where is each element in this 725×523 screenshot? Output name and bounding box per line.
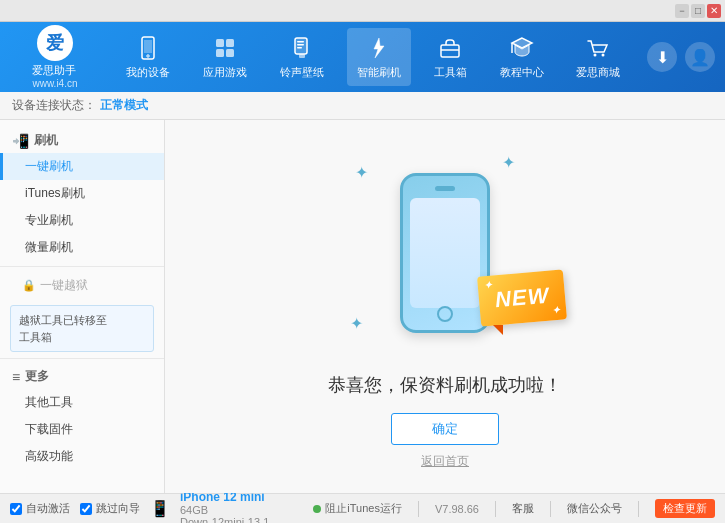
- svg-point-14: [594, 54, 597, 57]
- itunes-label: 阻止iTunes运行: [325, 501, 402, 516]
- maximize-button[interactable]: □: [691, 4, 705, 18]
- sidebar-item-other-tools[interactable]: 其他工具: [0, 389, 164, 416]
- nav-item-tutorial[interactable]: 教程中心: [490, 28, 554, 86]
- more-section-icon: ≡: [12, 369, 20, 385]
- sidebar-notice: 越狱工具已转移至工具箱: [10, 305, 154, 352]
- svg-point-2: [147, 55, 149, 57]
- nav-item-smart-flash[interactable]: 智能刷机: [347, 28, 411, 86]
- logo-icon: 爱: [37, 25, 73, 61]
- wechat-link[interactable]: 微信公众号: [567, 501, 622, 516]
- bottom-left: 自动激活 跳过向导 📱 iPhone 12 mini 64GB Down-12m…: [10, 490, 313, 524]
- skip-wizard-input[interactable]: [80, 503, 92, 515]
- sidebar-item-jailbreak: 🔒 一键越狱: [0, 272, 164, 299]
- status-value: 正常模式: [100, 97, 148, 114]
- nav-icon-shop: [584, 34, 612, 62]
- sidebar-item-advanced[interactable]: 高级功能: [0, 443, 164, 470]
- device-phone-icon: 📱: [150, 499, 170, 518]
- sidebar-divider-2: [0, 358, 164, 359]
- svg-rect-5: [216, 49, 224, 57]
- main-layout: 📲 刷机 一键刷机 iTunes刷机 专业刷机 微量刷机 🔒 一键越狱 越狱工具…: [0, 120, 725, 493]
- status-bar: 设备连接状态： 正常模式: [0, 92, 725, 120]
- support-link[interactable]: 客服: [512, 501, 534, 516]
- nav-right-buttons: ⬇ 👤: [647, 42, 715, 72]
- content-area: ✦ ✦ ✦ NEW 恭喜您，保资料刷机成功啦！ 确定 返回首页: [165, 120, 725, 493]
- sparkle-icon-3: ✦: [350, 314, 363, 333]
- svg-rect-12: [441, 45, 459, 57]
- nav-item-apps-games[interactable]: 应用游戏: [193, 28, 257, 86]
- lock-icon: 🔒: [22, 279, 36, 292]
- flash-section-icon: 📲: [12, 133, 29, 149]
- flash-section-label: 刷机: [34, 132, 58, 149]
- device-summary: 📱 iPhone 12 mini 64GB Down-12mini-13,1: [150, 490, 269, 524]
- nav-label-toolbox: 工具箱: [434, 65, 467, 80]
- nav-item-ringtones[interactable]: 铃声壁纸: [270, 28, 334, 86]
- sidebar-item-micro-flash[interactable]: 微量刷机: [0, 234, 164, 261]
- more-section-label: 更多: [25, 368, 49, 385]
- phone-body: [400, 173, 490, 333]
- sidebar-section-more: ≡ 更多: [0, 364, 164, 389]
- status-label: 设备连接状态：: [12, 97, 96, 114]
- sidebar: 📲 刷机 一键刷机 iTunes刷机 专业刷机 微量刷机 🔒 一键越狱 越狱工具…: [0, 120, 165, 493]
- svg-rect-8: [297, 41, 304, 43]
- device-model: Down-12mini-13,1: [180, 516, 269, 524]
- sidebar-item-download-fw[interactable]: 下载固件: [0, 416, 164, 443]
- new-badge: NEW: [477, 269, 567, 326]
- divider-3: [550, 501, 551, 517]
- svg-rect-11: [299, 54, 305, 58]
- minimize-button[interactable]: －: [675, 4, 689, 18]
- title-bar: － □ ✕: [0, 0, 725, 22]
- svg-rect-10: [297, 47, 302, 49]
- check-update-button[interactable]: 检查更新: [655, 499, 715, 518]
- divider-2: [495, 501, 496, 517]
- itunes-status: 阻止iTunes运行: [313, 501, 402, 516]
- close-button[interactable]: ✕: [707, 4, 721, 18]
- sidebar-item-one-click-flash[interactable]: 一键刷机: [0, 153, 164, 180]
- auto-connect-checkbox[interactable]: 自动激活: [10, 501, 70, 516]
- version-label: V7.98.66: [435, 503, 479, 515]
- itunes-dot-icon: [313, 505, 321, 513]
- svg-rect-3: [216, 39, 224, 47]
- confirm-button[interactable]: 确定: [391, 413, 499, 445]
- sidebar-item-pro-flash[interactable]: 专业刷机: [0, 207, 164, 234]
- download-button[interactable]: ⬇: [647, 42, 677, 72]
- sidebar-section-flash: 📲 刷机: [0, 128, 164, 153]
- divider-4: [638, 501, 639, 517]
- profile-button[interactable]: 👤: [685, 42, 715, 72]
- success-text: 恭喜您，保资料刷机成功啦！: [328, 373, 562, 397]
- return-link[interactable]: 返回首页: [421, 453, 469, 470]
- device-info: iPhone 12 mini 64GB Down-12mini-13,1: [180, 490, 269, 524]
- sidebar-item-itunes-flash[interactable]: iTunes刷机: [0, 180, 164, 207]
- nav-label-shop: 爱思商城: [576, 65, 620, 80]
- nav-item-shop[interactable]: 爱思商城: [566, 28, 630, 86]
- phone-notch: [435, 186, 455, 191]
- nav-label-apps-games: 应用游戏: [203, 65, 247, 80]
- device-storage: 64GB: [180, 504, 269, 516]
- nav-label-my-device: 我的设备: [126, 65, 170, 80]
- nav-icon-tutorial: [508, 34, 536, 62]
- ribbon-fold: [493, 325, 503, 335]
- bottom-bar: 自动激活 跳过向导 📱 iPhone 12 mini 64GB Down-12m…: [0, 493, 725, 523]
- divider-1: [418, 501, 419, 517]
- svg-rect-4: [226, 39, 234, 47]
- nav-label-tutorial: 教程中心: [500, 65, 544, 80]
- phone-screen: [410, 198, 480, 308]
- nav-icon-apps-games: [211, 34, 239, 62]
- svg-point-15: [602, 54, 605, 57]
- skip-wizard-checkbox[interactable]: 跳过向导: [80, 501, 140, 516]
- nav-item-toolbox[interactable]: 工具箱: [424, 28, 477, 86]
- phone-home-button: [437, 306, 453, 322]
- nav-item-my-device[interactable]: 我的设备: [116, 28, 180, 86]
- nav-icon-my-device: [134, 34, 162, 62]
- nav-icon-toolbox: [436, 34, 464, 62]
- logo-area: 爱 爱思助手 www.i4.cn: [10, 25, 100, 89]
- auto-connect-label: 自动激活: [26, 501, 70, 516]
- sparkle-icon-1: ✦: [355, 163, 368, 182]
- sparkle-icon-2: ✦: [502, 153, 515, 172]
- svg-rect-6: [226, 49, 234, 57]
- header: 爱 爱思助手 www.i4.cn 我的设备: [0, 22, 725, 92]
- auto-connect-input[interactable]: [10, 503, 22, 515]
- sidebar-divider-1: [0, 266, 164, 267]
- nav-label-ringtones: 铃声壁纸: [280, 65, 324, 80]
- logo-subtitle: 爱思助手 www.i4.cn: [32, 63, 77, 89]
- nav-bar: 我的设备 应用游戏: [110, 28, 637, 86]
